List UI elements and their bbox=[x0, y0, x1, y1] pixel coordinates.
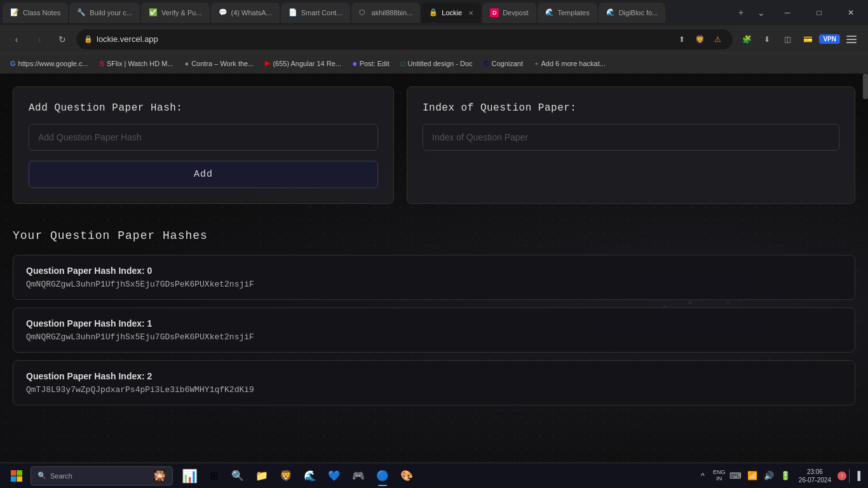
share-icon[interactable]: ⬆ bbox=[674, 32, 689, 47]
tab-build-your[interactable]: 🔧 Build your c... bbox=[69, 3, 140, 23]
tab-label-whatsapp: (4) WhatsA... bbox=[231, 9, 272, 17]
vpn-button[interactable]: VPN bbox=[819, 34, 840, 44]
bookmark-angular[interactable]: ▶ (655) Angular 14 Re... bbox=[260, 57, 346, 70]
tab-favicon-devpost: D bbox=[490, 8, 499, 17]
tab-github[interactable]: ⬡ akhil888bin... bbox=[351, 3, 421, 23]
tab-digibloc[interactable]: 🌊 DigiBloc fo... bbox=[599, 3, 666, 23]
tab-smart-cont[interactable]: 📄 Smart Cont... bbox=[281, 3, 350, 23]
menu-line-1 bbox=[846, 36, 857, 37]
tab-verify[interactable]: ✅ Verify & Pu... bbox=[141, 3, 210, 23]
menu-button[interactable] bbox=[843, 30, 860, 48]
tab-lockie[interactable]: 🔒 Lockie ✕ bbox=[421, 3, 481, 23]
tab-favicon-digibloc: 🌊 bbox=[606, 8, 615, 17]
taskbar-app-brave[interactable]: 🦁 bbox=[275, 464, 297, 487]
forward-button[interactable]: › bbox=[31, 30, 48, 48]
volume-icon[interactable]: 🔊 bbox=[762, 469, 776, 483]
scrollbar-thumb[interactable] bbox=[863, 74, 868, 99]
date-display: 26-07-2024 bbox=[799, 476, 831, 484]
start-button[interactable] bbox=[5, 464, 28, 487]
add-hash-input[interactable] bbox=[29, 124, 378, 151]
taskbar-app-vscode[interactable]: 💙 bbox=[323, 464, 346, 487]
svg-rect-31 bbox=[17, 470, 23, 476]
bookmark-sflix-icon: S bbox=[100, 60, 104, 67]
tab-favicon-whatsapp: 💬 bbox=[219, 8, 227, 17]
url-bar[interactable]: 🔒 lockie.vercel.app ⬆ 🦁 ⚠ bbox=[76, 29, 733, 50]
hash-value-0: QmNQRGZgwL3uhnP1UfjhSx5Eju7GDsPeK6PUXket… bbox=[26, 280, 842, 289]
index-hash-title: Index of Question Paper: bbox=[423, 102, 839, 114]
minimize-button[interactable]: ─ bbox=[773, 0, 802, 25]
hash-value-1: QmNQRGZgwL3uhnP1UfjhSx5Eju7GDsPeK6PUXket… bbox=[26, 332, 842, 342]
wallet-icon[interactable]: 💳 bbox=[799, 30, 817, 48]
lock-icon: 🔒 bbox=[84, 35, 93, 43]
system-time[interactable]: 23:06 26-07-2024 bbox=[795, 468, 835, 484]
menu-line-2 bbox=[846, 39, 857, 40]
tab-favicon-github: ⬡ bbox=[359, 8, 368, 17]
taskbar-app-edge[interactable]: 🌊 bbox=[299, 464, 322, 487]
network-icon[interactable]: 📶 bbox=[745, 469, 759, 483]
tab-search-button[interactable]: ⌄ bbox=[752, 4, 770, 22]
tab-favicon-smart-cont: 📄 bbox=[288, 8, 297, 17]
taskbar-app-chart[interactable]: 📊 bbox=[178, 464, 201, 487]
discord-icon: 🎮 bbox=[352, 470, 365, 482]
index-hash-input[interactable] bbox=[423, 124, 839, 151]
sidebar-icon[interactable]: ◫ bbox=[778, 30, 796, 48]
taskbar-app-figma[interactable]: 🎨 bbox=[395, 464, 418, 487]
vscode-icon: 💙 bbox=[328, 470, 341, 482]
taskbar-app-discord[interactable]: 🎮 bbox=[347, 464, 370, 487]
bookmark-google[interactable]: G https://www.google.c... bbox=[5, 57, 93, 70]
keyboard-icon[interactable]: ⌨ bbox=[729, 469, 743, 483]
url-actions: ⬆ 🦁 ⚠ bbox=[674, 32, 725, 47]
browser-actions: 🧩 ⬇ ◫ 💳 VPN bbox=[738, 30, 860, 48]
time-display: 23:06 bbox=[807, 468, 823, 476]
tab-bar-actions: ＋ ⌄ ─ □ ✕ bbox=[732, 0, 865, 25]
taskbar-app-chrome[interactable]: 🔵 bbox=[371, 464, 394, 487]
extensions-icon[interactable]: 🧩 bbox=[738, 30, 756, 48]
language-icon[interactable]: ENG IN bbox=[712, 469, 726, 483]
taskbar-search-bar[interactable]: 🔍 Search 🎇 bbox=[31, 466, 173, 485]
tab-close-lockie[interactable]: ✕ bbox=[468, 10, 473, 17]
hash-index-0: Question Paper Hash Index: 0 bbox=[26, 266, 842, 276]
tab-templates[interactable]: 🌊 Templates bbox=[538, 3, 597, 23]
bookmark-angular-label: (655) Angular 14 Re... bbox=[273, 60, 341, 67]
taskbar-apps: 📊 ⊞ 🔍 📁 🦁 🌊 💙 🎮 🔵 🎨 bbox=[178, 464, 418, 487]
reload-button[interactable]: ↻ bbox=[53, 30, 71, 48]
maximize-button[interactable]: □ bbox=[804, 0, 834, 25]
warning-icon[interactable]: ⚠ bbox=[710, 32, 725, 47]
show-desktop-button[interactable]: ▐ bbox=[849, 469, 863, 483]
tab-favicon-verify: ✅ bbox=[149, 8, 158, 17]
explorer-icon: ⊞ bbox=[210, 470, 218, 482]
battery-icon[interactable]: 🔋 bbox=[778, 469, 792, 483]
index-hash-card: Index of Question Paper: bbox=[407, 86, 855, 204]
tab-label-templates: Templates bbox=[558, 9, 590, 17]
bookmark-untitled[interactable]: □ Untitled design - Doc bbox=[396, 57, 478, 70]
tab-label-build-your: Build your c... bbox=[90, 9, 132, 17]
taskbar-app-search[interactable]: 🔍 bbox=[226, 464, 249, 487]
bookmark-hackathon-label: Add 6 more hackat... bbox=[541, 60, 606, 67]
download-icon[interactable]: ⬇ bbox=[758, 30, 776, 48]
brave-shield-icon[interactable]: 🦁 bbox=[692, 32, 707, 47]
hash-card-1: Question Paper Hash Index: 1 QmNQRGZgwL3… bbox=[13, 308, 855, 353]
chevron-up-icon[interactable]: ^ bbox=[696, 469, 710, 483]
close-button[interactable]: ✕ bbox=[836, 0, 865, 25]
bookmark-sflix[interactable]: S SFlix | Watch HD M... bbox=[95, 57, 179, 70]
search-icon: 🔍 bbox=[37, 471, 46, 480]
bookmark-contra[interactable]: ● Contra – Work the... bbox=[179, 57, 259, 70]
back-button[interactable]: ‹ bbox=[8, 30, 25, 48]
address-bar: ‹ › ↻ 🔒 lockie.vercel.app ⬆ 🦁 ⚠ 🧩 ⬇ ◫ 💳 … bbox=[0, 25, 868, 53]
windows-logo-icon bbox=[10, 470, 23, 482]
bookmark-hackathon[interactable]: + Add 6 more hackat... bbox=[529, 57, 611, 70]
tab-label-digibloc: DigiBloc fo... bbox=[619, 9, 658, 17]
new-tab-button[interactable]: ＋ bbox=[732, 4, 750, 22]
notification-badge[interactable]: ! bbox=[837, 471, 846, 480]
taskbar-app-file[interactable]: 📁 bbox=[250, 464, 273, 487]
scrollbar-track[interactable] bbox=[863, 74, 868, 99]
bookmark-hackathon-icon: + bbox=[534, 60, 538, 67]
tab-devpost[interactable]: D Devpost bbox=[482, 3, 536, 23]
search-app-icon: 🔍 bbox=[231, 470, 244, 482]
tab-class-notes[interactable]: 📝 Class Notes bbox=[3, 3, 68, 23]
add-hash-button[interactable]: Add bbox=[29, 161, 378, 188]
bookmark-post-edit[interactable]: ■ Post: Edit bbox=[348, 57, 395, 70]
bookmark-cognizant[interactable]: C Cognizant bbox=[479, 57, 529, 70]
tab-whatsapp[interactable]: 💬 (4) WhatsA... bbox=[211, 3, 280, 23]
taskbar-app-explorer[interactable]: ⊞ bbox=[202, 464, 225, 487]
